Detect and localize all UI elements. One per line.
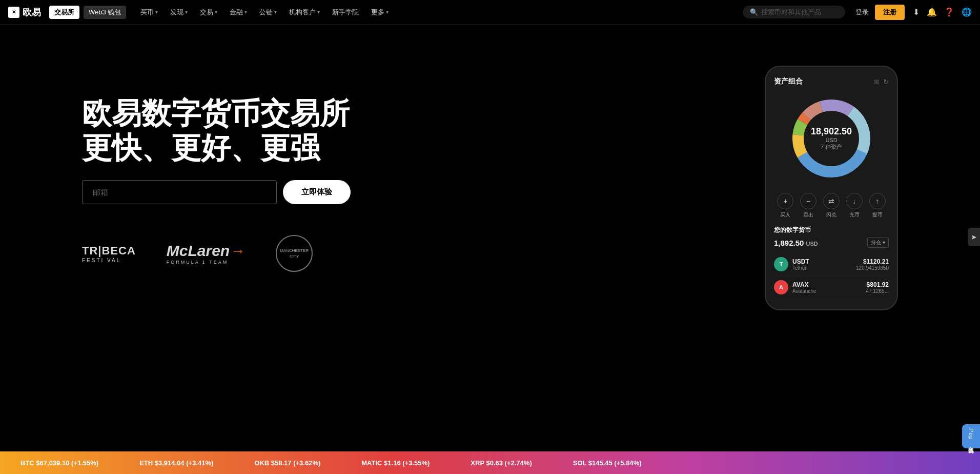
- arrow-icon: ➤: [971, 233, 977, 241]
- coin-row-usdt: T USDT Tether $1120.21 120.94159850: [774, 253, 889, 276]
- donut-assets: 7 种资产: [811, 143, 852, 151]
- convert-icon: ⇄: [823, 193, 840, 209]
- sell-label: 卖出: [803, 211, 813, 219]
- buy-label: 买入: [780, 211, 790, 219]
- usdt-value: $1120.21: [856, 258, 889, 265]
- nav-item-academy[interactable]: 新手学院: [326, 5, 365, 20]
- phone-actions: + 买入 − 卖出 ⇄ 闪兑 ↓ 充币 ↑ 提币: [774, 193, 889, 219]
- deposit-icon: ↓: [846, 193, 863, 209]
- help-icon[interactable]: ❓: [944, 7, 954, 17]
- convert-label: 闪兑: [826, 211, 836, 219]
- usdt-fullname: Tether: [792, 265, 809, 271]
- start-button[interactable]: 立即体验: [283, 180, 351, 204]
- logo-icon: ✕: [8, 7, 19, 18]
- search-input[interactable]: [761, 8, 833, 16]
- logo[interactable]: ✕ 欧易: [8, 6, 41, 18]
- login-button[interactable]: 登录: [855, 8, 869, 17]
- download-icon[interactable]: ⬇: [913, 7, 920, 17]
- search-icon: 🔍: [750, 8, 758, 16]
- hero-email-row: 立即体验: [82, 180, 744, 204]
- sidebar-arrow[interactable]: ➤: [968, 228, 980, 246]
- sell-icon: −: [800, 193, 816, 209]
- nav-item-more[interactable]: 更多▾: [365, 5, 395, 20]
- usdt-name: USDT: [792, 258, 809, 265]
- phone-refresh-icon[interactable]: ↻: [883, 78, 889, 86]
- phone-action-deposit[interactable]: ↓ 充币: [846, 193, 863, 219]
- usdt-icon: T: [774, 257, 788, 271]
- hero-title: 欧易数字货币交易所 更快、更好、更强: [82, 96, 744, 165]
- deposit-label: 充币: [849, 211, 860, 219]
- coin-row-avax: A AVAX Avalanche $801.92 47.1265...: [774, 276, 889, 299]
- withdraw-icon: ↑: [869, 193, 886, 209]
- avax-qty: 47.1265...: [866, 288, 889, 294]
- avax-fullname: Avalanche: [792, 288, 816, 294]
- search-box[interactable]: 🔍: [743, 6, 845, 18]
- partners: TR|BECA FESTI VAL McLaren→ FORMULA 1 TEA…: [82, 235, 744, 272]
- hold-button[interactable]: 持仓 ▾: [867, 238, 889, 248]
- donut-chart: 18,902.50 USD 7 种资产: [785, 92, 877, 185]
- nav-item-trade[interactable]: 交易▾: [194, 5, 223, 20]
- phone-balance: 1,892.50 USD: [774, 239, 818, 247]
- phone-action-buy[interactable]: + 买入: [777, 193, 793, 219]
- partner-manchester: MANCHESTERCITY: [276, 235, 313, 272]
- phone-grid-icon[interactable]: ⊞: [873, 78, 879, 86]
- phone-action-sell[interactable]: − 卖出: [800, 193, 816, 219]
- nav-item-finance[interactable]: 金融▾: [223, 5, 253, 20]
- phone-frame: 资产组合 ⊞ ↻: [765, 66, 898, 310]
- donut-center: 18,902.50 USD 7 种资产: [811, 126, 852, 151]
- email-input[interactable]: [82, 180, 277, 204]
- phone-section-title: 您的数字货币: [774, 226, 889, 234]
- partner-mclaren: McLaren→ FORMULA 1 TEAM: [167, 242, 245, 265]
- navbar: ✕ 欧易 交易所 Web3 钱包 买币▾ 发现▾ 交易▾ 金融▾ 公链▾ 机构客…: [0, 0, 980, 25]
- phone-action-withdraw[interactable]: ↑ 提币: [869, 193, 886, 219]
- donut-currency: USD: [811, 137, 852, 143]
- tab-exchange[interactable]: 交易所: [49, 6, 79, 19]
- partner-tribeca: TR|BECA FESTI VAL: [82, 244, 136, 263]
- nav-item-institutional[interactable]: 机构客户▾: [283, 5, 326, 20]
- usdt-qty: 120.94159850: [856, 265, 889, 271]
- globe-icon[interactable]: 🌐: [962, 7, 972, 17]
- donut-amount: 18,902.50: [811, 126, 852, 137]
- phone-action-convert[interactable]: ⇄ 闪兑: [823, 193, 840, 219]
- logo-text: 欧易: [23, 6, 41, 18]
- avax-value: $801.92: [866, 281, 889, 288]
- hero-left: 欧易数字货币交易所 更快、更好、更强 立即体验 TR|BECA FESTI VA…: [82, 55, 744, 272]
- nav-actions: 登录 注册: [855, 5, 905, 20]
- nav-item-buy[interactable]: 买币▾: [134, 5, 164, 20]
- nav-item-chain[interactable]: 公链▾: [253, 5, 283, 20]
- withdraw-label: 提币: [872, 211, 883, 219]
- nav-item-discover[interactable]: 发现▾: [164, 5, 194, 20]
- bell-icon[interactable]: 🔔: [927, 7, 937, 17]
- avax-name: AVAX: [792, 281, 816, 288]
- tab-wallet[interactable]: Web3 钱包: [84, 6, 126, 19]
- buy-icon: +: [777, 193, 793, 209]
- avax-icon: A: [774, 280, 788, 294]
- phone-header: 资产组合 ⊞ ↻: [774, 77, 889, 86]
- phone-title: 资产组合: [774, 77, 803, 86]
- phone-mockup: 资产组合 ⊞ ↻: [765, 66, 898, 310]
- nav-menu: 买币▾ 发现▾ 交易▾ 金融▾ 公链▾ 机构客户▾ 新手学院 更多▾: [134, 5, 395, 20]
- phone-balance-row: 1,892.50 USD 持仓 ▾: [774, 238, 889, 248]
- hero-section: 欧易数字货币交易所 更快、更好、更强 立即体验 TR|BECA FESTI VA…: [0, 25, 980, 394]
- nav-icons: ⬇ 🔔 ❓ 🌐: [913, 7, 972, 17]
- register-button[interactable]: 注册: [875, 5, 905, 20]
